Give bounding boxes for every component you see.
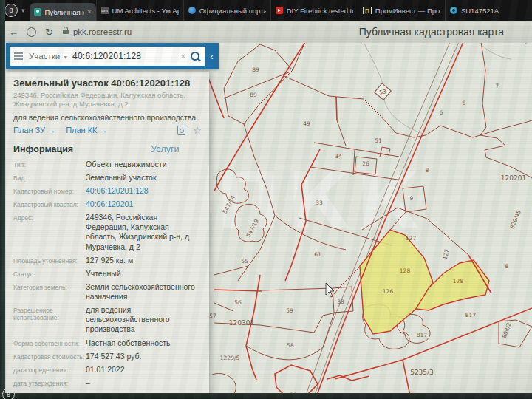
browser-tab[interactable]: DIY Firebrick tested to 2 [270,0,358,21]
parcel-usage: для ведения сельскохозяйственного произв… [6,109,209,123]
site-info-icon[interactable] [27,27,36,37]
clear-search-icon[interactable]: × [181,52,185,61]
tab-list-chevron-icon[interactable]: ▾ [21,7,25,14]
tab-label: DIY Firebrick tested to 2 [287,7,353,15]
field-value: Земли сельскохозяйственного назначения [86,282,202,301]
close-tab-icon[interactable]: × [87,8,91,16]
info-field-row: Тип:Объект недвижимости [6,160,209,169]
map-parcel-label: 34 [335,153,342,160]
plan-kk-link[interactable]: План КК → [66,126,107,134]
map-parcel-label: 127 [406,235,417,242]
map-parcel-label: 8 [426,167,429,174]
menu-icon[interactable] [14,51,23,61]
field-value: Объект недвижимости [86,160,202,169]
info-field-row: Адрес:249346, Российская Федерация, Калу… [6,213,209,252]
parcel-title: Земельный участок 40:06:120201:128 [6,72,209,91]
address-url[interactable]: pkk.rosreestr.ru [73,27,132,36]
tab-label: Официальный портал [200,7,266,15]
search-icon[interactable] [191,52,200,61]
info-field-row: дата утверждения:– [6,378,209,388]
youtube-icon [276,7,283,14]
browser-tab-strip: 8 ▾ Публичная кадастро×umUM Architects -… [0,0,532,21]
field-label: Кадастровый номер: [13,186,86,196]
um-logo: um [101,7,109,14]
map-parcel-label: 33 [316,200,323,206]
map-parcel-label: 26 [362,160,369,167]
browser-tab[interactable]: Официальный портал [183,0,270,21]
map-parcel-label: 57 [209,313,216,319]
map-parcel-label: 9 [410,195,414,202]
parcel-info-panel: Земельный участок 40:06:120201:128 24934… [6,72,209,399]
info-field-row: Форма собственности:Частная собственност… [6,338,209,348]
tab-services[interactable]: Услуги [151,144,179,154]
info-field-row: Категория земель:Земли сельскохозяйствен… [6,282,209,301]
map-parcel-label: 89 [252,66,259,73]
info-field-row: Площадь уточненная:127 925 кв. м [6,256,209,265]
map-parcel-label: 51 [375,137,382,144]
tab-information[interactable]: Информация [13,144,73,154]
field-label: Статус: [13,269,86,279]
field-value[interactable]: 40:06:120201:128 [86,186,202,196]
map-parcel-label: 6 [463,100,466,106]
field-label: Кадастровая стоимость: [13,352,86,361]
screen-photo: 8 ▾ Публичная кадастро×umUM Architects -… [0,0,532,399]
browser-tab[interactable]: umUM Architects - Ум Арх [96,0,183,21]
map-parcel-label: 58 [287,342,294,349]
search-panel: Участки ▼ 40:6:120201:128 × ‹ [6,43,219,69]
plan-zu-link[interactable]: План ЗУ → [13,126,55,134]
map-parcel-label: 6 [440,109,443,116]
page-title: Публичная кадастровая карта [359,26,504,38]
field-label: Адрес: [13,213,86,252]
lock-icon [63,30,69,34]
favorite-star-icon[interactable]: ☆ [193,126,202,135]
map-parcel-label: 5235/3 [410,369,434,376]
map-parcel-label: 128 [453,278,464,284]
field-label: Форма собственности: [13,338,86,348]
map-parcel-label: 55 [241,258,248,265]
profile-badge[interactable]: 8 [4,4,18,17]
document-search-icon[interactable] [177,126,185,135]
parcel-address-subtitle: 249346, Российская Федерация, Калужская … [6,91,209,109]
collapse-panel-chevron[interactable]: ‹ [206,43,217,69]
map-parcel-label: 56 [234,299,242,306]
tab-label: ПромИнвест — Произв [375,7,440,15]
map-parcel-label: 49 [303,120,310,127]
info-field-row: дата определения:01.01.2022 [6,365,209,375]
field-label: дата определения: [13,365,86,375]
map-parcel-label: 1229/5 [220,355,240,361]
field-label: Кадастровый квартал: [13,200,86,209]
browser-tab[interactable]: Публичная кадастро× [30,3,96,21]
map-pin-icon [34,8,41,16]
browser-tab[interactable]: SU147521A [445,0,532,21]
search-category-dropdown[interactable]: Участки [29,52,60,61]
map-parcel-label: 126 [383,288,394,295]
map-parcel-label: 89 [250,92,257,98]
field-value[interactable]: 40:06:120201 [86,200,202,209]
map-parcel-label: 59 [286,307,293,314]
info-field-row: Кадастровый номер:40:06:120201:128 [6,186,209,196]
tab-label: UM Architects - Ум Арх [112,7,179,15]
browser-tab[interactable]: ППромИнвест — Произв [358,0,445,21]
field-label: Площадь уточненная: [13,256,86,265]
map-parcel-label: 38 [337,299,344,305]
map-parcel-label: 817 [417,332,428,338]
back-button[interactable]: ← [9,27,18,38]
reload-button[interactable]: ↻ [45,27,53,38]
map-parcel-label: 7 [496,83,499,89]
field-value: Земельный участок [86,173,202,183]
field-label: дата утверждения: [13,378,86,388]
search-input[interactable]: 40:6:120201:128 [72,51,180,61]
info-field-row: Статус:Учтенный [6,269,209,279]
map-parcel-label: 120201 [501,174,526,182]
field-value: Частная собственность [86,338,202,348]
info-field-row: Вид:Земельный участок [6,173,209,183]
info-field-row: Кадастровый квартал:40:06:120201 [6,200,209,209]
field-label: Тип: [13,160,86,169]
browser-toolbar: ← ↻ pkk.rosreestr.ru Публичная кадастров… [0,21,532,43]
map-parcel-label: 128 [400,267,411,274]
parcel-boundary [336,97,337,120]
gear-icon [450,7,457,14]
map-parcel-label: 817 [466,312,477,318]
field-value: 249346, Российская Федерация, Калужская … [86,213,202,252]
map-parcel-label: 120301 [229,319,254,327]
